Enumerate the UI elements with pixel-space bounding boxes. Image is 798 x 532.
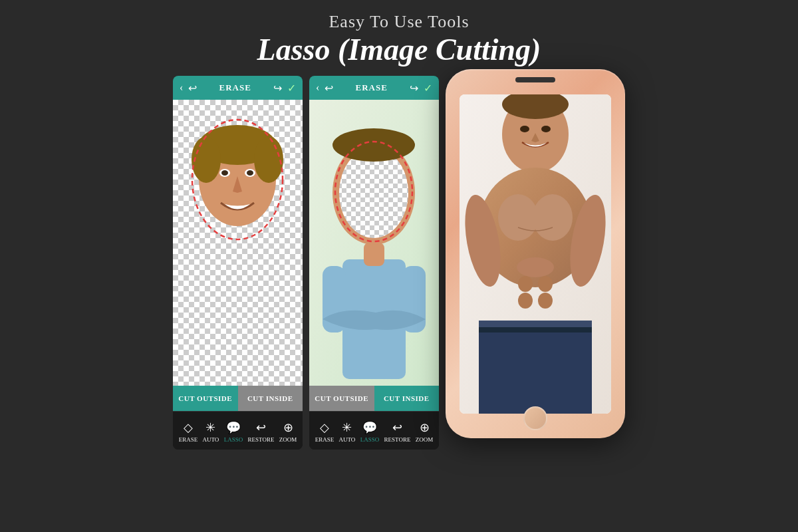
panel2-restore-tool-icon: ↩ bbox=[392, 420, 402, 435]
svg-point-32 bbox=[538, 276, 553, 292]
panel2-person-svg bbox=[309, 100, 439, 386]
panel1-cut-inside-btn[interactable]: CUT INSIDE bbox=[238, 386, 303, 411]
panel2-lasso-tool-label: LASSO bbox=[360, 436, 380, 443]
svg-point-28 bbox=[498, 194, 538, 241]
panel2-restore-tool-label: RESTORE bbox=[384, 436, 411, 443]
panel1-toolbar: ‹ ↩ ERASE ↪ ✓ bbox=[173, 76, 303, 100]
panel1-auto-tool[interactable]: ✳ AUTO bbox=[203, 420, 219, 443]
panel2-auto-tool-icon: ✳ bbox=[342, 420, 352, 435]
header-subtitle: Easy To Use Tools bbox=[0, 12, 798, 32]
svg-rect-37 bbox=[479, 321, 592, 414]
panel1-cut-buttons: CUT OUTSIDE CUT INSIDE bbox=[173, 386, 303, 411]
panel1-undo-icon[interactable]: ↩ bbox=[188, 82, 197, 94]
panel2-toolbar: ‹ ↩ ERASE ↪ ✓ bbox=[309, 76, 439, 100]
panel1-lasso-tool-label: LASSO bbox=[224, 436, 243, 443]
panel1-check-icon[interactable]: ✓ bbox=[287, 82, 296, 94]
panel1-auto-tool-icon: ✳ bbox=[205, 420, 215, 435]
panel2-erase-tool-icon: ◇ bbox=[320, 420, 329, 435]
svg-point-7 bbox=[247, 170, 253, 176]
panel2-canvas bbox=[309, 100, 439, 386]
svg-point-34 bbox=[538, 293, 553, 309]
panel1-erase-tool-icon: ◇ bbox=[184, 420, 193, 435]
panel1-cut-outside-btn[interactable]: CUT OUTSIDE bbox=[173, 386, 238, 411]
header-title: Lasso (Image Cutting) bbox=[0, 32, 798, 67]
panel1-lasso-tool-icon: 💬 bbox=[226, 420, 241, 435]
panel1-restore-tool-icon: ↩ bbox=[256, 420, 266, 435]
panel2-erase-tool-label: ERASE bbox=[315, 436, 334, 443]
phone-screen-image bbox=[460, 94, 611, 414]
panel2-zoom-tool-label: ZOOM bbox=[416, 436, 434, 443]
panel1-face-svg bbox=[186, 113, 289, 273]
svg-point-29 bbox=[533, 194, 573, 241]
svg-point-24 bbox=[520, 126, 529, 132]
panel2-lasso-tool[interactable]: 💬 LASSO bbox=[360, 420, 380, 443]
panel-2: ‹ ↩ ERASE ↪ ✓ bbox=[309, 76, 439, 450]
panel1-zoom-tool-icon: ⊕ bbox=[283, 420, 293, 435]
panel1-lasso-tool[interactable]: 💬 LASSO bbox=[224, 420, 243, 443]
panel2-back-icon[interactable]: ‹ bbox=[316, 82, 319, 94]
panel2-auto-tool-label: AUTO bbox=[339, 436, 356, 443]
phone-speaker bbox=[515, 77, 555, 82]
panel2-erase-label: ERASE bbox=[355, 82, 387, 93]
panel1-erase-label: ERASE bbox=[219, 82, 251, 93]
panel1-erase-tool-label: ERASE bbox=[179, 436, 198, 443]
svg-point-2 bbox=[192, 136, 221, 183]
panel2-cut-outside-btn[interactable]: CUT OUTSIDE bbox=[309, 386, 374, 411]
panel2-redo-icon[interactable]: ↪ bbox=[410, 82, 418, 94]
svg-point-33 bbox=[518, 293, 533, 309]
svg-point-31 bbox=[518, 276, 533, 292]
panel1-back-icon[interactable]: ‹ bbox=[180, 82, 183, 94]
panel1-erase-tool[interactable]: ◇ ERASE bbox=[179, 420, 198, 443]
phone-home-button[interactable] bbox=[523, 406, 547, 430]
phone-mockup bbox=[446, 69, 625, 442]
panel2-zoom-tool[interactable]: ⊕ ZOOM bbox=[416, 420, 434, 443]
main-content: ‹ ↩ ERASE ↪ ✓ bbox=[0, 76, 798, 450]
panel2-bottom-toolbar: ◇ ERASE ✳ AUTO 💬 LASSO ↩ RESTORE ⊕ ZOOM bbox=[309, 411, 439, 450]
panel1-zoom-tool[interactable]: ⊕ ZOOM bbox=[279, 420, 297, 443]
svg-point-19 bbox=[332, 128, 415, 162]
panel-1: ‹ ↩ ERASE ↪ ✓ bbox=[173, 76, 303, 450]
svg-rect-16 bbox=[364, 243, 384, 266]
panel2-undo-icon[interactable]: ↩ bbox=[325, 82, 333, 94]
svg-point-25 bbox=[541, 126, 551, 132]
panel1-restore-tool[interactable]: ↩ RESTORE bbox=[248, 420, 275, 443]
panel2-check-icon[interactable]: ✓ bbox=[424, 82, 432, 94]
panel1-bottom-toolbar: ◇ ERASE ✳ AUTO 💬 LASSO ↩ RESTORE ⊕ ZOOM bbox=[173, 411, 303, 450]
panel2-erase-tool[interactable]: ◇ ERASE bbox=[315, 420, 334, 443]
panel1-restore-tool-label: RESTORE bbox=[248, 436, 275, 443]
panel1-auto-tool-label: AUTO bbox=[203, 436, 219, 443]
panel1-zoom-tool-label: ZOOM bbox=[279, 436, 297, 443]
panel2-lasso-tool-icon: 💬 bbox=[362, 420, 377, 435]
svg-rect-39 bbox=[479, 327, 592, 332]
header: Easy To Use Tools Lasso (Image Cutting) bbox=[0, 0, 798, 72]
svg-point-6 bbox=[221, 170, 228, 176]
panel1-canvas bbox=[173, 100, 303, 386]
svg-point-3 bbox=[254, 136, 283, 183]
panel2-zoom-tool-icon: ⊕ bbox=[420, 420, 430, 435]
panel2-restore-tool[interactable]: ↩ RESTORE bbox=[384, 420, 411, 443]
phone-outer-shell bbox=[446, 69, 625, 438]
panel2-auto-tool[interactable]: ✳ AUTO bbox=[339, 420, 356, 443]
panel2-cut-buttons: CUT OUTSIDE CUT INSIDE bbox=[309, 386, 439, 411]
panel2-cut-inside-btn[interactable]: CUT INSIDE bbox=[374, 386, 440, 411]
svg-point-30 bbox=[517, 257, 554, 277]
panel1-redo-icon[interactable]: ↪ bbox=[273, 82, 282, 94]
phone-screen bbox=[460, 94, 611, 414]
